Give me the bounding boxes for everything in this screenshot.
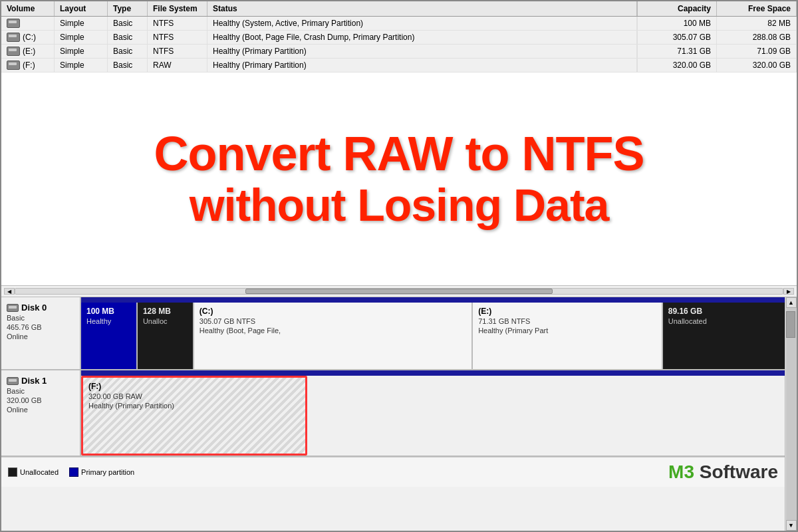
cell-volume-3: (F:) [1,59,55,72]
software-text: Software [694,462,778,482]
th-capacity: Capacity [637,1,717,16]
legend-unallocated-box [8,467,17,477]
partition-status: Healthy (Primary Part [478,327,656,334]
cell-freespace-1: 288.08 GB [717,31,797,44]
disk-1-type: Basic [7,387,74,395]
cell-volume-0 [1,17,55,30]
partition-size: 71.31 GB NTFS [478,317,656,325]
disk-0-partitions-row: 100 MB Healthy 128 MB Unalloc (C:) [81,303,785,369]
partition-name: (F:) [88,382,300,391]
disk-0-status: Online [7,332,74,340]
cell-capacity-0: 100 MB [637,17,717,30]
cell-status-2: Healthy (Primary Partition) [207,45,637,58]
cell-freespace-2: 71.09 GB [717,45,797,58]
th-filesystem: File System [148,1,207,16]
cell-fs-1: NTFS [148,31,207,44]
scroll-up-button[interactable]: ▲ [786,297,797,308]
disk-1-name: Disk 1 [7,376,74,386]
cell-type-2: Basic [108,45,148,58]
m3-text: M3 [668,462,694,482]
scrollbar-track[interactable] [15,288,783,295]
drive-icon [7,33,20,42]
cell-type-0: Basic [108,17,148,30]
drive-icon [7,19,20,28]
disk-1-row: Disk 1 Basic 320.00 GB Online (F:) 320.0… [1,370,785,457]
cell-status-1: Healthy (Boot, Page File, Crash Dump, Pr… [207,31,637,44]
legend-primary-label: Primary partition [81,468,134,476]
partition-c[interactable]: (C:) 305.07 GB NTFS Healthy (Boot, Page … [194,303,473,369]
scroll-right-button[interactable]: ▶ [783,288,794,295]
partition-status: Healthy [86,317,131,325]
th-layout: Layout [55,1,108,16]
bottom-disk-section: Disk 0 Basic 465.76 GB Online 100 MB Hea… [1,297,797,531]
partition-128mb[interactable]: 128 MB Unalloc [138,303,194,369]
legend-area: Unallocated Primary partition M3 Softwar… [1,457,785,487]
scroll-down-button[interactable]: ▼ [786,520,797,531]
overlay-text: Convert RAW to NTFS without Losing Data [1,72,797,285]
scroll-left-button[interactable]: ◀ [4,288,15,295]
main-window: Volume Layout Type File System Status Ca… [0,0,798,532]
partition-name: (E:) [478,307,656,316]
partition-name: (C:) [200,307,466,316]
disk-1-status: Online [7,406,74,414]
disk-0-size: 465.76 GB [7,323,74,331]
partition-name: 89.16 GB [668,307,779,316]
table-row[interactable]: (F:) Simple Basic RAW Healthy (Primary P… [1,59,797,72]
disks-main: Disk 0 Basic 465.76 GB Online 100 MB Hea… [1,297,785,531]
table-row[interactable]: (E:) Simple Basic NTFS Healthy (Primary … [1,45,797,59]
cell-capacity-3: 320.00 GB [637,59,717,72]
cell-freespace-0: 82 MB [717,17,797,30]
disk-1-partitions: (F:) 320.00 GB RAW Healthy (Primary Part… [81,370,785,456]
table-row[interactable]: (C:) Simple Basic NTFS Healthy (Boot, Pa… [1,31,797,45]
cell-layout-3: Simple [55,59,108,72]
disk-1-stripe [81,370,785,376]
table-header-row: Volume Layout Type File System Status Ca… [1,1,797,17]
disk-0-partitions: 100 MB Healthy 128 MB Unalloc (C:) [81,297,785,369]
cell-capacity-1: 305.07 GB [637,31,717,44]
cell-status-0: Healthy (System, Active, Primary Partiti… [207,17,637,30]
legend-unallocated-label: Unallocated [20,468,59,476]
legend-unallocated: Unallocated [8,467,59,477]
cell-layout-2: Simple [55,45,108,58]
overlay-line2: without Losing Data [190,180,609,230]
partition-size: 320.00 GB RAW [88,392,300,400]
disk-1-partitions-row: (F:) 320.00 GB RAW Healthy (Primary Part… [81,376,785,456]
horizontal-scrollbar[interactable]: ◀ ▶ [1,285,797,297]
overlay-line1: Convert RAW to NTFS [154,128,644,180]
drive-icon [7,47,20,56]
partition-status: Unalloc [143,317,188,325]
scrollbar-track-vertical[interactable] [786,308,797,520]
partition-status: Healthy (Boot, Page File, [200,327,466,334]
legend-primary-box [69,467,78,477]
cell-volume-2: (E:) [1,45,55,58]
disk-0-type: Basic [7,314,74,322]
scrollbar-thumb-vertical[interactable] [786,311,795,338]
disk-0-row: Disk 0 Basic 465.76 GB Online 100 MB Hea… [1,297,785,370]
partition-f-raw[interactable]: (F:) 320.00 GB RAW Healthy (Primary Part… [81,376,307,456]
partition-100mb[interactable]: 100 MB Healthy [81,303,138,369]
overlay-section: Convert RAW to NTFS without Losing Data [1,72,797,285]
partition-e[interactable]: (E:) 71.31 GB NTFS Healthy (Primary Part [473,303,663,369]
disk-1-label: Disk 1 Basic 320.00 GB Online [1,370,81,456]
cell-fs-0: NTFS [148,17,207,30]
th-freespace: Free Space [717,1,797,16]
table-row[interactable]: Simple Basic NTFS Healthy (System, Activ… [1,17,797,31]
disk-icon [7,304,19,312]
cell-capacity-2: 71.31 GB [637,45,717,58]
disk-0-label: Disk 0 Basic 465.76 GB Online [1,297,81,369]
partition-status: Healthy (Primary Partition) [88,402,300,410]
disk-0-stripe [81,297,785,303]
partition-name: 128 MB [143,307,188,316]
disk-management-table: Volume Layout Type File System Status Ca… [1,1,797,72]
cell-fs-3: RAW [148,59,207,72]
scrollbar-thumb[interactable] [245,289,553,294]
cell-volume-1: (C:) [1,31,55,44]
th-volume: Volume [1,1,55,16]
partition-unalloc-89[interactable]: 89.16 GB Unallocated [663,303,785,369]
disk-0-name: Disk 0 [7,303,74,313]
cell-type-3: Basic [108,59,148,72]
drive-icon [7,61,20,70]
cell-fs-2: NTFS [148,45,207,58]
vertical-scrollbar[interactable]: ▲ ▼ [785,297,797,531]
cell-layout-0: Simple [55,17,108,30]
